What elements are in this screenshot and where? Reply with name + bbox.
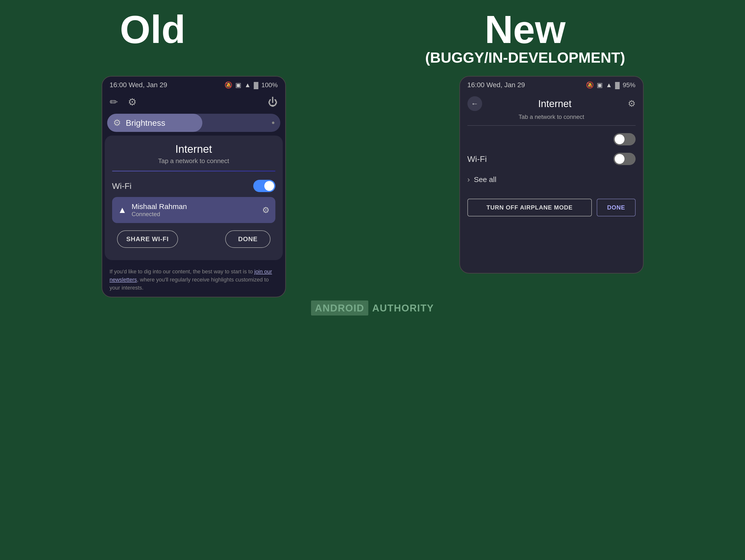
new-internet-subtitle: Tab a network to connect [460, 113, 643, 125]
old-wifi-row: Wi-Fi [112, 177, 276, 197]
brightness-label: Brightness [126, 118, 165, 128]
network-status: Connected [132, 211, 257, 218]
old-quick-settings: ✏ ⚙ ⏻ [102, 91, 285, 110]
old-divider [112, 171, 276, 171]
new-wifi-toggle-thumb [615, 154, 624, 164]
spacer [460, 224, 643, 273]
watermark-android-box: ANDROID [311, 301, 368, 316]
new-status-time: 16:00 Wed, Jan 29 [467, 81, 525, 89]
new-wifi-label: Wi-Fi [467, 154, 487, 164]
new-label-container: New (BUGGY/IN-DEVELOPMENT) [425, 10, 625, 66]
new-status-bar: 16:00 Wed, Jan 29 🔕 ▣ ▲ ▓ 95% [460, 77, 643, 91]
new-subtitle-label: (BUGGY/IN-DEVELOPMENT) [425, 49, 625, 66]
network-item[interactable]: ▲ Mishaal Rahman Connected ⚙ [112, 197, 276, 223]
mute-icon: 🔕 [225, 81, 232, 89]
new-settings-icon[interactable]: ⚙ [628, 99, 636, 109]
brightness-slider[interactable]: ⚙ Brightness [107, 114, 280, 132]
old-status-time: 16:00 Wed, Jan 29 [110, 81, 167, 89]
new-wifi-row: Wi-Fi [460, 148, 643, 170]
network-gear-icon[interactable]: ⚙ [262, 205, 269, 215]
network-wifi-icon: ▲ [118, 205, 127, 215]
battery-icon: ▓ [254, 81, 258, 89]
see-all-label: See all [474, 175, 496, 184]
old-phone: 16:00 Wed, Jan 29 🔕 ▣ ▲ ▓ 100% ✏ ⚙ ⏻ ⚙ B… [102, 76, 286, 298]
settings-gear-icon[interactable]: ⚙ [128, 96, 137, 108]
wifi-icon: ▲ [245, 81, 251, 89]
new-toggle-1[interactable] [613, 133, 636, 145]
new-bottom-buttons: TURN OFF AIRPLANE MODE DONE [460, 189, 643, 224]
new-internet-title: Internet [538, 98, 572, 109]
brightness-gear-icon: ⚙ [113, 118, 121, 128]
footer-text-before: If you'd like to dig into our content, t… [110, 269, 255, 275]
chevron-right-icon: › [467, 175, 470, 184]
new-toggle-row [460, 126, 643, 148]
new-wifi-toggle[interactable] [613, 153, 636, 165]
network-info: Mishaal Rahman Connected [132, 202, 257, 218]
old-done-button[interactable]: DONE [225, 231, 270, 248]
new-battery-text: 95% [622, 81, 635, 89]
network-name: Mishaal Rahman [132, 202, 257, 211]
old-status-icons: 🔕 ▣ ▲ ▓ 100% [225, 81, 278, 89]
power-icon[interactable]: ⏻ [268, 97, 278, 108]
new-internet-header: ← Internet ⚙ [460, 91, 643, 113]
old-battery-text: 100% [261, 81, 278, 89]
old-internet-panel: Internet Tap a network to connect Wi-Fi … [105, 136, 283, 260]
watermark-authority-text: AUTHORITY [372, 303, 434, 314]
see-all-row[interactable]: › See all [460, 170, 643, 189]
new-mute-icon: 🔕 [586, 81, 594, 89]
toggle-thumb [264, 181, 274, 191]
new-label: New [485, 10, 565, 49]
brightness-dot [272, 121, 274, 124]
share-wifi-button[interactable]: SHARE WI-FI [117, 231, 178, 248]
new-phone: 16:00 Wed, Jan 29 🔕 ▣ ▲ ▓ 95% ← Internet… [459, 76, 644, 274]
wifi-toggle[interactable] [253, 180, 276, 192]
old-internet-subtitle: Tap a network to connect [112, 157, 276, 165]
watermark-android-text: ANDROID [315, 303, 364, 313]
old-label: Old [120, 10, 186, 49]
sim-icon: ▣ [235, 81, 241, 89]
old-bottom-buttons: SHARE WI-FI DONE [112, 223, 276, 253]
new-done-button[interactable]: DONE [597, 199, 635, 216]
pencil-icon[interactable]: ✏ [110, 96, 118, 108]
old-internet-title: Internet [112, 143, 276, 155]
new-wifi-icon: ▲ [606, 81, 612, 89]
new-sim-icon: ▣ [597, 81, 603, 89]
new-status-icons: 🔕 ▣ ▲ ▓ 95% [586, 81, 636, 89]
new-battery-icon: ▓ [615, 81, 620, 89]
footer-text: If you'd like to dig into our content, t… [102, 262, 285, 297]
new-toggle-1-thumb [615, 134, 624, 144]
old-status-bar: 16:00 Wed, Jan 29 🔕 ▣ ▲ ▓ 100% [102, 77, 285, 91]
back-button[interactable]: ← [467, 96, 482, 111]
airplane-mode-button[interactable]: TURN OFF AIRPLANE MODE [467, 199, 592, 216]
watermark: ANDROID AUTHORITY [311, 301, 434, 316]
old-wifi-label: Wi-Fi [112, 181, 132, 191]
